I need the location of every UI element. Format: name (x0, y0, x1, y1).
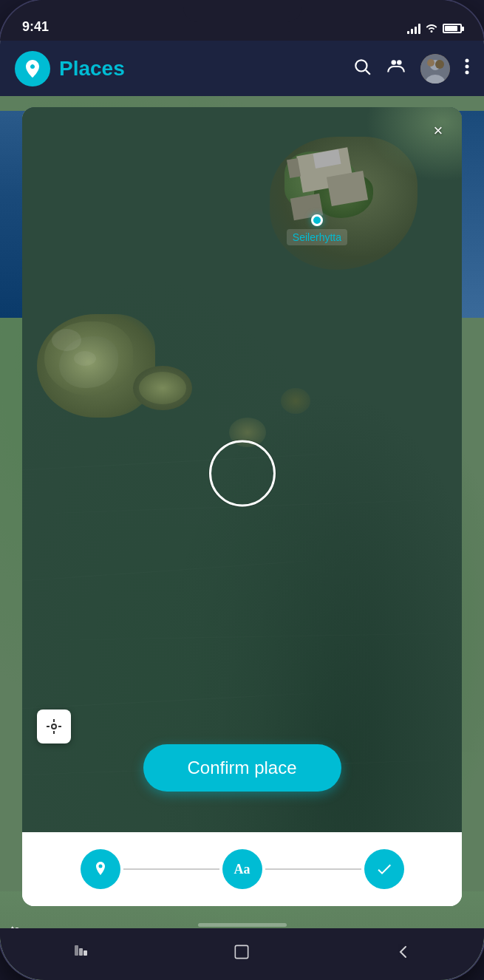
nav-recents-button[interactable] (72, 943, 89, 965)
app-background: Places (0, 41, 484, 980)
avatar[interactable] (420, 54, 450, 84)
navigation-bar (0, 928, 484, 980)
step-indicator: Aa (22, 832, 462, 906)
crosshair-icon (45, 718, 63, 735)
step-3 (364, 849, 404, 889)
land-small (133, 366, 192, 410)
app-logo (15, 51, 50, 86)
svg-point-7 (427, 59, 434, 67)
svg-point-3 (397, 60, 402, 65)
svg-rect-20 (236, 945, 248, 958)
location-pin: Seilerhytta (287, 214, 347, 245)
svg-point-11 (466, 70, 469, 74)
svg-point-9 (466, 58, 469, 62)
svg-point-0 (355, 60, 367, 71)
confirm-place-button[interactable]: Confirm place (143, 744, 341, 792)
svg-point-8 (435, 60, 444, 69)
step-2-circle[interactable]: Aa (222, 849, 262, 889)
phone-frame: 9:41 Places (0, 0, 484, 980)
header-icons (352, 54, 469, 84)
step-2: Aa (222, 849, 262, 889)
svg-rect-18 (79, 948, 83, 956)
close-button[interactable]: × (425, 118, 451, 144)
app-title: Places (59, 57, 344, 81)
step-1-circle[interactable] (81, 849, 120, 889)
svg-rect-19 (83, 950, 87, 956)
my-location-button[interactable] (37, 710, 71, 743)
battery-icon (443, 24, 462, 33)
svg-rect-17 (75, 945, 78, 956)
land-mid-left (37, 314, 155, 418)
modal-overlay: Seilerhytta × (0, 96, 484, 980)
people-icon[interactable] (386, 57, 406, 81)
step-1 (81, 849, 120, 889)
pin-dot (311, 214, 323, 226)
svg-point-2 (392, 60, 397, 65)
target-circle (209, 440, 276, 506)
app-header: Places (0, 41, 484, 96)
swipe-indicator (198, 923, 287, 927)
nav-back-button[interactable] (395, 943, 412, 965)
step-line-1 (123, 868, 219, 870)
step-2-label: Aa (234, 862, 250, 877)
svg-point-12 (52, 724, 56, 729)
step-line-2 (265, 868, 361, 870)
rock-detail-2 (281, 388, 310, 414)
signal-icon (407, 24, 420, 34)
more-options-icon[interactable] (465, 58, 469, 80)
svg-point-10 (466, 64, 469, 68)
search-icon[interactable] (352, 57, 372, 81)
step-3-circle[interactable] (364, 849, 404, 889)
modal-card: Seilerhytta × (22, 107, 462, 906)
map-view[interactable]: Seilerhytta × (22, 107, 462, 832)
status-icons (407, 22, 462, 35)
status-time: 9:41 (22, 19, 49, 35)
pin-label: Seilerhytta (287, 229, 347, 245)
svg-line-1 (366, 69, 370, 74)
background-content: to i (0, 96, 484, 980)
notch (183, 0, 301, 22)
wifi-icon (425, 22, 438, 35)
nav-home-button[interactable] (232, 942, 251, 966)
